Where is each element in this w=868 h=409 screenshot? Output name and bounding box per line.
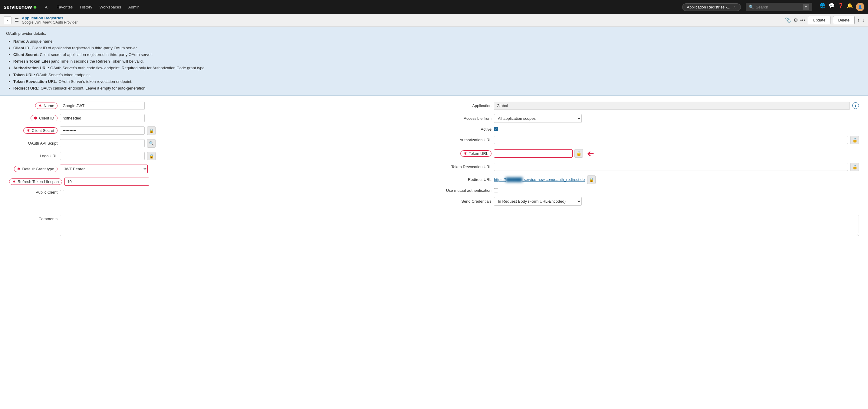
logo-url-input[interactable] xyxy=(60,152,145,160)
logo-dot: ● xyxy=(33,3,37,11)
breadcrumb-sub-text: Google JWT View: OAuth Provider xyxy=(22,20,78,25)
authorization-url-label: Authorization URL xyxy=(443,138,492,142)
avatar[interactable]: 👤 xyxy=(856,3,864,11)
use-mutual-auth-label: Use mutual authentication xyxy=(443,188,492,193)
nav-down-icon[interactable]: ↓ xyxy=(862,18,864,23)
accessible-from-row: Accessible from All application scopes T… xyxy=(443,114,859,123)
breadcrumb-back-btn[interactable]: ‹ xyxy=(4,16,11,24)
nav-icons: 🌐 💬 ❓ 🔔 👤 xyxy=(819,3,864,11)
client-secret-input[interactable] xyxy=(60,126,145,135)
search-icon: 🔍 xyxy=(749,4,754,9)
default-grant-type-row: ✱ Default Grant type JWT Bearer Authoriz… xyxy=(9,164,425,174)
send-credentials-label: Send Credentials xyxy=(443,199,492,203)
name-required-star: ✱ xyxy=(38,103,42,108)
token-url-row: ✱ Token URL 🔒 ➔ xyxy=(443,149,859,159)
default-grant-type-label-wrap: ✱ Default Grant type xyxy=(9,166,58,172)
breadcrumb-main-link[interactable]: Application Registries xyxy=(22,16,78,20)
default-grant-type-select[interactable]: JWT Bearer Authorization Code Client Cre… xyxy=(60,164,148,174)
client-secret-row: ✱ Client Secret 🔒 xyxy=(9,126,425,135)
info-panel: OAuth provider details. Name: A unique n… xyxy=(0,27,868,96)
search-input[interactable] xyxy=(756,5,801,9)
client-id-row: ✱ Client ID xyxy=(9,114,425,122)
clientid-required-star: ✱ xyxy=(34,116,37,120)
update-button[interactable]: Update xyxy=(808,16,831,24)
authorization-url-lock-btn[interactable]: 🔒 xyxy=(850,136,859,144)
refresh-token-label: ✱ Refresh Token Lifespan xyxy=(9,179,62,185)
name-input[interactable] xyxy=(60,102,145,110)
token-revocation-url-label: Token Revocation URL xyxy=(443,164,492,169)
refresh-token-lifespan-row: ✱ Refresh Token Lifespan xyxy=(9,178,425,186)
use-mutual-auth-checkbox[interactable] xyxy=(494,188,498,192)
red-arrow-indicator: ➔ xyxy=(587,149,594,159)
active-checkbox[interactable]: ✓ xyxy=(494,127,498,131)
application-info-btn[interactable]: i xyxy=(852,102,859,109)
nav-favorites[interactable]: Favorites xyxy=(54,4,76,10)
nav-history[interactable]: History xyxy=(77,4,95,10)
info-item-clientid: Client ID: Client ID of application regi… xyxy=(13,45,862,52)
authorization-url-row: Authorization URL 🔒 xyxy=(443,136,859,144)
bell-icon[interactable]: 🔔 xyxy=(847,3,853,11)
client-secret-label-text: Client Secret xyxy=(32,128,54,133)
token-revocation-url-input[interactable] xyxy=(494,163,848,171)
nav-links: All Favorites History Workspaces Admin xyxy=(42,4,143,10)
logo-text: servicenow xyxy=(4,4,32,10)
token-url-lock-btn[interactable]: 🔒 xyxy=(575,149,583,158)
attachment-icon[interactable]: 📎 xyxy=(785,17,791,23)
name-label-text: Name xyxy=(43,103,54,108)
app-pill[interactable]: Application Registries -... ☆ xyxy=(682,3,741,11)
client-id-input[interactable] xyxy=(60,114,145,122)
accessible-from-select[interactable]: All application scopes This application … xyxy=(494,114,582,123)
token-url-label-wrap: ✱ Token URL xyxy=(443,150,492,157)
oauth-api-script-label: OAuth API Script xyxy=(9,141,58,146)
breadcrumb-menu-icon[interactable]: ☰ xyxy=(14,17,19,23)
application-label: Application xyxy=(443,103,492,108)
oauth-api-script-input[interactable] xyxy=(60,139,145,147)
public-client-row: Public Client xyxy=(9,190,425,194)
info-item-redirecturl: Redirect URL: OAuth callback endpoint. L… xyxy=(13,85,862,92)
logo-url-label: Logo URL xyxy=(9,154,58,158)
star-icon: ☆ xyxy=(733,5,736,9)
nav-all[interactable]: All xyxy=(42,4,52,10)
refresh-token-lifespan-input[interactable] xyxy=(64,178,149,186)
application-row: Application i xyxy=(443,102,859,110)
app-pill-label: Application Registries -... xyxy=(687,5,730,9)
globe-icon[interactable]: 🌐 xyxy=(819,3,826,11)
info-item-authurl: Authorization URL: OAuth Server's auth c… xyxy=(13,65,862,71)
filter-icon[interactable]: ⚙ xyxy=(794,17,798,23)
token-url-label-text: Token URL xyxy=(469,151,488,156)
nav-up-icon[interactable]: ↑ xyxy=(857,18,860,23)
name-row: ✱ Name xyxy=(9,102,425,110)
tokenurl-required-star: ✱ xyxy=(464,151,467,156)
logo[interactable]: servicenow● xyxy=(4,3,37,11)
send-credentials-select[interactable]: In Request Body (Form URL-Encoded) As Ba… xyxy=(494,197,582,206)
redirect-url-lock-btn[interactable]: 🔒 xyxy=(587,176,596,184)
help-icon[interactable]: ❓ xyxy=(838,3,844,11)
comments-row: Comments xyxy=(9,215,859,237)
accessible-from-label: Accessible from xyxy=(443,116,492,121)
oauth-api-script-search-btn[interactable]: 🔍 xyxy=(147,139,156,148)
public-client-checkbox[interactable] xyxy=(60,190,64,194)
nav-workspaces[interactable]: Workspaces xyxy=(97,4,124,10)
more-icon[interactable]: ••• xyxy=(800,18,805,23)
search-area: 🔍 ▾ xyxy=(746,3,812,11)
authorization-url-input[interactable] xyxy=(494,136,848,144)
client-id-label-text: Client ID xyxy=(39,116,54,120)
client-secret-lock-btn[interactable]: 🔒 xyxy=(147,126,156,135)
token-revocation-url-row: Token Revocation URL 🔒 xyxy=(443,163,859,171)
active-row: Active ✓ xyxy=(443,127,859,132)
redirect-url-value[interactable]: https://██████-service-now.com/oauth_red… xyxy=(494,177,585,182)
search-dropdown-btn[interactable]: ▾ xyxy=(803,4,809,10)
comments-textarea[interactable] xyxy=(60,215,859,236)
info-item-refreshtoken: Refresh Token Lifespan: Time in seconds … xyxy=(13,58,862,65)
nav-admin[interactable]: Admin xyxy=(125,4,143,10)
client-secret-label: ✱ Client Secret xyxy=(23,127,58,134)
info-item-tokenurl: Token URL: OAuth Server's token endpoint… xyxy=(13,72,862,78)
delete-button[interactable]: Delete xyxy=(833,16,855,24)
top-navigation: servicenow● All Favorites History Worksp… xyxy=(0,0,868,14)
comments-label: Comments xyxy=(9,215,58,221)
chat-icon[interactable]: 💬 xyxy=(829,3,835,11)
name-label-wrap: ✱ Name xyxy=(9,102,58,109)
token-revocation-url-lock-btn[interactable]: 🔒 xyxy=(850,163,859,171)
logo-url-lock-btn[interactable]: 🔒 xyxy=(147,152,156,160)
token-url-input[interactable] xyxy=(494,150,572,158)
